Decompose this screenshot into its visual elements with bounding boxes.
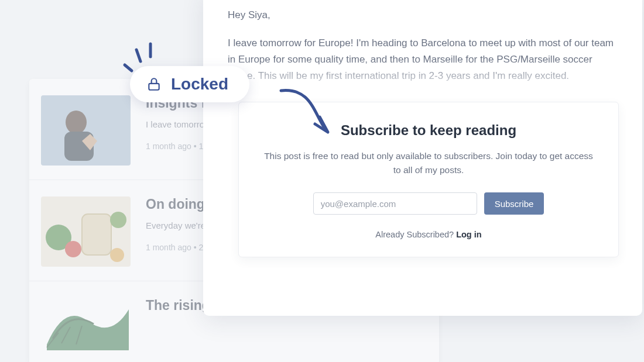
subscribe-description: This post is free to read but only avail… bbox=[262, 149, 595, 177]
svg-point-7 bbox=[110, 248, 124, 262]
svg-point-5 bbox=[65, 241, 81, 257]
svg-point-8 bbox=[110, 212, 126, 228]
article-body: Hey Siya, I leave tomorrow for Europe! I… bbox=[228, 7, 618, 84]
locked-badge: Locked bbox=[130, 66, 249, 102]
svg-point-1 bbox=[66, 111, 87, 134]
subscribe-button[interactable]: Subscribe bbox=[484, 192, 544, 215]
subscribe-form: Subscribe bbox=[262, 192, 595, 215]
post-thumbnail bbox=[41, 298, 131, 350]
article-paragraph: I leave tomorrow for Europe! I'm heading… bbox=[228, 35, 618, 84]
svg-line-11 bbox=[136, 50, 141, 61]
svg-line-10 bbox=[125, 65, 132, 71]
subscribe-title: Subscribe to keep reading bbox=[262, 122, 595, 139]
email-input[interactable] bbox=[313, 192, 477, 215]
post-thumbnail bbox=[41, 95, 131, 166]
locked-label: Locked bbox=[171, 75, 228, 94]
svg-rect-13 bbox=[149, 84, 159, 90]
article-greeting: Hey Siya, bbox=[228, 7, 618, 23]
already-subscribed-text: Already Subscribed? Log in bbox=[262, 230, 595, 239]
svg-rect-6 bbox=[82, 214, 111, 255]
login-link[interactable]: Log in bbox=[456, 230, 482, 239]
article-panel: Hey Siya, I leave tomorrow for Europe! I… bbox=[203, 0, 642, 316]
lock-icon bbox=[146, 77, 162, 92]
subscribe-card: Subscribe to keep reading This post is f… bbox=[238, 102, 619, 257]
post-thumbnail bbox=[41, 196, 131, 267]
already-prefix: Already Subscribed? bbox=[375, 230, 456, 239]
